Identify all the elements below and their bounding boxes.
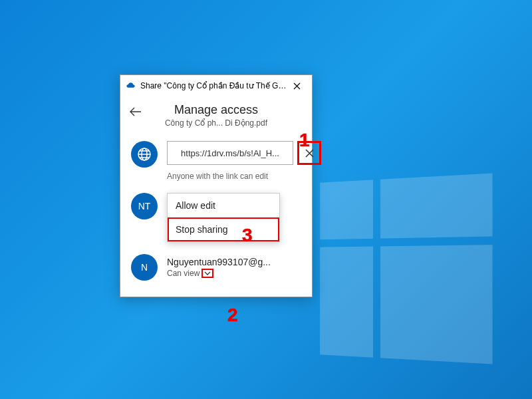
link-box (167, 141, 321, 165)
back-button[interactable] (130, 106, 142, 120)
avatar-n: N (131, 254, 158, 281)
avatar-nt: NT (131, 193, 158, 219)
annotation-3: 3 (242, 225, 253, 246)
person-info: Nguyentuan993107@g... Can view (167, 257, 301, 278)
onedrive-icon (126, 80, 136, 91)
permission-label: Can view (167, 269, 200, 278)
person-email: Nguyentuan993107@g... (167, 257, 301, 267)
globe-avatar (131, 141, 158, 168)
dialog-header: Manage access Công ty Cổ ph... Di Động.p… (120, 96, 312, 132)
titlebar: Share "Công ty Cổ phần Đầu tư Thế Giới D… (120, 75, 312, 96)
person-nt-row: NT Allow edit Stop sharing (131, 193, 301, 219)
allow-edit-option[interactable]: Allow edit (168, 194, 279, 217)
page-title: Manage access (120, 103, 312, 117)
permission-dropdown: Allow edit Stop sharing (167, 193, 280, 242)
share-dialog: Share "Công ty Cổ phần Đầu tư Thế Giới D… (120, 74, 313, 297)
link-description: Anyone with the link can edit (167, 172, 301, 181)
person-n-row: N Nguyentuan993107@g... Can view (131, 254, 301, 281)
close-button[interactable] (287, 78, 307, 94)
stop-sharing-option[interactable]: Stop sharing (168, 217, 279, 241)
windows-desktop-logo (320, 173, 492, 364)
annotation-2: 2 (227, 305, 238, 326)
permission-chevron[interactable] (201, 269, 213, 278)
link-row (131, 141, 301, 168)
annotation-1: 1 (299, 130, 310, 151)
permission-line: Can view (167, 269, 301, 278)
dialog-content: Anyone with the link can edit NT Allow e… (120, 132, 312, 297)
share-link-input[interactable] (167, 141, 293, 165)
file-name: Công ty Cổ ph... Di Động.pdf (120, 118, 312, 128)
dialog-title: Share "Công ty Cổ phần Đầu tư Thế Giới D… (140, 81, 287, 90)
